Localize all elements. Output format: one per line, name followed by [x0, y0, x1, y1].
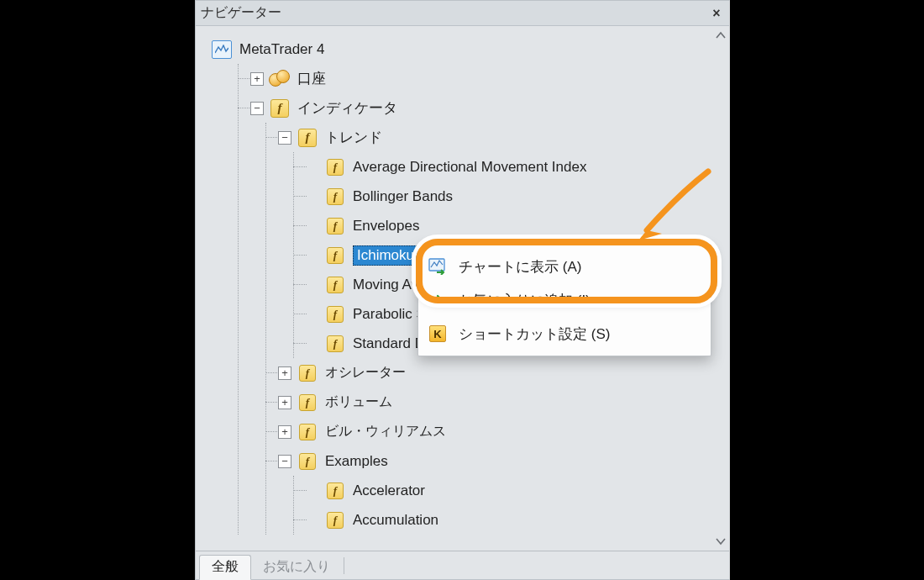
tree-item[interactable]: f Accelerator — [294, 476, 729, 505]
menu-label: チャートに表示 (A) — [459, 257, 581, 277]
collapse-icon[interactable]: − — [250, 102, 264, 115]
expand-icon[interactable]: + — [278, 366, 291, 380]
function-icon: f — [327, 306, 344, 323]
tab-separator — [344, 557, 344, 574]
accounts-icon — [269, 70, 291, 88]
tree-trend[interactable]: − f トレンド — [266, 123, 729, 152]
menu-label: お気に入りに追加 (I) — [459, 291, 591, 310]
expand-icon[interactable]: + — [250, 72, 264, 86]
item-label: Accelerator — [353, 482, 425, 499]
tree-indicators[interactable]: − f インディケータ — [239, 93, 729, 123]
tab-bar: 全般 お気に入り — [196, 551, 729, 579]
expand-icon[interactable]: + — [278, 396, 291, 409]
function-icon: f — [327, 482, 344, 499]
menu-attach-to-chart[interactable]: チャートに表示 (A) — [418, 250, 711, 283]
item-label: Envelopes — [353, 218, 419, 235]
item-label: Accumulation — [353, 512, 438, 529]
function-icon: f — [327, 188, 344, 205]
trend-label: トレンド — [325, 128, 382, 147]
function-icon: f — [327, 159, 344, 176]
bill-williams-label: ビル・ウィリアムス — [325, 423, 446, 440]
tree-item[interactable]: f Accumulation — [294, 505, 729, 535]
tab-favorites[interactable]: お気に入り — [251, 555, 342, 580]
menu-add-favorite[interactable]: お気に入りに追加 (I) — [418, 283, 711, 317]
expand-icon[interactable]: + — [278, 425, 291, 439]
function-icon: f — [299, 365, 316, 382]
indicators-label: インディケータ — [297, 98, 397, 118]
tree-oscillators[interactable]: + f オシレーター — [266, 358, 729, 388]
function-icon: f — [327, 335, 344, 352]
root-label: MetaTrader 4 — [239, 41, 324, 58]
tab-general[interactable]: 全般 — [199, 555, 251, 580]
app-icon — [212, 40, 232, 59]
function-icon: f — [327, 512, 344, 529]
menu-shortcut[interactable]: K ショートカット設定 (S) — [418, 317, 711, 351]
function-icon: f — [299, 453, 316, 470]
item-label: Average Directional Movement Index — [353, 159, 586, 176]
function-icon: f — [298, 129, 317, 147]
scroll-down-icon[interactable] — [715, 535, 727, 547]
function-icon: f — [299, 424, 316, 440]
tree-root[interactable]: MetaTrader 4 — [211, 34, 729, 64]
tree-item[interactable]: f Envelopes — [294, 211, 729, 240]
accounts-label: 口座 — [297, 69, 326, 88]
collapse-icon[interactable]: − — [278, 131, 291, 145]
keyboard-key-icon: K — [428, 324, 447, 343]
close-icon[interactable]: × — [709, 6, 724, 21]
tree-bill-williams[interactable]: + f ビル・ウィリアムス — [266, 417, 729, 446]
titlebar: ナビゲーター × — [196, 1, 729, 26]
oscillators-label: オシレーター — [325, 364, 406, 382]
tree-item[interactable]: f Bollinger Bands — [294, 182, 729, 211]
examples-label: Examples — [325, 453, 388, 470]
function-icon: f — [270, 99, 289, 118]
item-label: Bollinger Bands — [353, 188, 453, 205]
menu-label: ショートカット設定 (S) — [459, 324, 610, 344]
tree-volumes[interactable]: + f ボリューム — [266, 388, 729, 417]
tree-examples[interactable]: − f Examples — [266, 446, 729, 476]
function-icon: f — [327, 247, 344, 264]
tree-item[interactable]: f Average Directional Movement Index — [294, 152, 729, 182]
function-icon: f — [327, 218, 344, 235]
function-icon: f — [299, 394, 316, 411]
panel-title: ナビゲーター — [201, 4, 709, 22]
arrow-right-icon — [428, 291, 447, 309]
function-icon: f — [327, 277, 344, 293]
chart-attach-icon — [428, 257, 447, 276]
tree-accounts[interactable]: + 口座 — [239, 64, 729, 93]
context-menu: チャートに表示 (A) お気に入りに追加 (I) K ショートカット設定 (S) — [417, 244, 711, 356]
collapse-icon[interactable]: − — [278, 455, 291, 468]
volumes-label: ボリューム — [325, 393, 392, 411]
